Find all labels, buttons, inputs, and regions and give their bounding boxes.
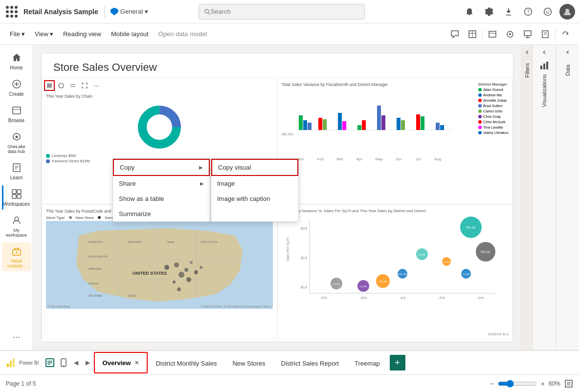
tab-new-stores[interactable]: New Stores (224, 352, 273, 373)
expand-button[interactable] (79, 80, 90, 91)
lines-button[interactable] (67, 80, 78, 91)
context-menu-share[interactable]: Share ▶ (113, 176, 210, 191)
user-avatar[interactable] (559, 4, 575, 20)
phone-icon-button[interactable] (59, 358, 68, 368)
sidebar-item-home[interactable]: Home (2, 49, 31, 73)
format-button[interactable] (502, 26, 518, 42)
phone-icon (59, 358, 68, 368)
search-input[interactable] (210, 8, 359, 15)
chart1-title: This Year Sales by Chain (46, 94, 273, 99)
context-menu-copy[interactable]: Copy ▶ (113, 159, 210, 176)
tab-district-sales-report[interactable]: District Sales Report (273, 352, 347, 373)
mobile-layout-button[interactable]: Mobile layout (107, 28, 153, 40)
submenu-copy-visual[interactable]: Copy visual (211, 159, 298, 176)
sidebar-create-label: Create (9, 91, 23, 97)
store-type-prefix: Store Type (46, 216, 65, 220)
add-tab-icon: + (395, 358, 400, 368)
chevron-left-data[interactable] (563, 48, 572, 57)
chart-menu-button[interactable] (44, 80, 55, 91)
presentation-button[interactable] (520, 26, 535, 42)
chevron-left-vis[interactable] (540, 48, 549, 57)
page-icon-button[interactable] (45, 358, 55, 368)
tab-district-monthly-sales[interactable]: District Monthly Sales (148, 352, 224, 373)
map-attribution: © Microsoft Bing (48, 305, 69, 308)
svg-rect-56 (357, 125, 361, 130)
svg-text:$14: $14 (301, 256, 308, 260)
sidebar-item-browse[interactable]: Browse (2, 102, 31, 126)
svg-text:$13: $13 (301, 285, 308, 289)
svg-rect-57 (362, 120, 366, 130)
table-view-button[interactable] (485, 26, 500, 42)
settings-button[interactable] (481, 4, 497, 20)
svg-rect-51 (308, 123, 312, 130)
reading-view-button[interactable]: Reading view (59, 28, 105, 40)
bookmark-button[interactable] (537, 26, 553, 42)
plus-icon[interactable]: + (541, 380, 545, 388)
more-options-button[interactable]: ··· (91, 80, 102, 91)
context-menu-summarize[interactable]: Summarize (113, 206, 210, 221)
visual-table-button[interactable] (465, 26, 480, 42)
open-data-model-button[interactable]: Open data model (155, 28, 211, 40)
tab-overview-close[interactable]: ✕ (134, 360, 139, 366)
sidebar-item-retail[interactable]: Retail Analysis... (2, 242, 31, 271)
tab-treemap[interactable]: Treemap (347, 352, 388, 373)
refresh-button[interactable] (557, 26, 573, 42)
add-tab-button[interactable]: + (390, 355, 405, 370)
svg-text:-6%: -6% (360, 296, 367, 300)
svg-point-93 (190, 261, 193, 264)
sidebar-item-workspaces[interactable]: Workspaces (2, 185, 31, 210)
feedback-button[interactable] (540, 4, 556, 20)
submenu-image-caption[interactable]: Image with caption (211, 191, 298, 206)
context-menu-show-table[interactable]: Show as a table (113, 191, 210, 206)
help-button[interactable]: ? (520, 4, 536, 20)
tab-nav-next[interactable]: ▶ (82, 357, 94, 369)
submenu-image[interactable]: Image (211, 176, 298, 191)
notification-button[interactable] (462, 4, 477, 20)
tab-nav-prev[interactable]: ◀ (70, 357, 82, 369)
sidebar-item-onelake[interactable]: OneLake data hub (2, 128, 31, 157)
visualizations-label[interactable]: Visualizations (541, 74, 547, 107)
file-menu[interactable]: File ▾ (6, 28, 29, 40)
ribbon: File ▾ View ▾ Reading view Mobile layout… (0, 23, 579, 45)
svg-rect-64 (436, 123, 440, 130)
download-button[interactable] (501, 4, 516, 20)
ellipse-button[interactable] (56, 80, 67, 91)
sensitivity-badge[interactable]: General ▾ (111, 8, 148, 16)
tab-overview[interactable]: Overview ✕ (94, 352, 148, 373)
view-menu[interactable]: View ▾ (31, 28, 57, 40)
sidebar-item-create[interactable]: Create (2, 75, 31, 100)
svg-rect-61 (401, 120, 405, 130)
app-title: Retail Analysis Sample (23, 8, 98, 16)
svg-rect-15 (524, 31, 531, 36)
grid-menu-button[interactable] (4, 4, 20, 20)
filters-tab-label[interactable]: Filters (521, 57, 533, 84)
svg-rect-132 (546, 62, 548, 69)
svg-text:May: May (375, 157, 382, 161)
sidebar-item-my-workspace[interactable]: My workspace (2, 212, 31, 240)
svg-point-91 (184, 268, 188, 272)
sidebar-item-learn[interactable]: Learn (2, 159, 31, 183)
legend-title: District Manager (478, 82, 509, 87)
zoom-slider[interactable] (498, 380, 537, 388)
fit-to-screen-icon[interactable] (564, 379, 573, 388)
more-button[interactable]: ··· (13, 332, 20, 342)
svg-rect-11 (489, 31, 496, 37)
submenu: Copy visual Image Image with caption (211, 158, 299, 222)
page-icon (45, 358, 55, 368)
context-menu-wrapper: Copy ▶ Share ▶ Show as a table Summarize (112, 158, 299, 222)
svg-rect-24 (13, 107, 21, 114)
bottom-tabs: Power BI ◀ ▶ Overview ✕ District Monthly… (0, 350, 579, 374)
svg-text:TEXAS: TEXAS (128, 294, 136, 297)
home-icon (11, 52, 22, 64)
minus-icon[interactable]: − (490, 380, 494, 388)
share-label: Share (119, 180, 136, 187)
copy-label: Copy (120, 164, 134, 171)
filters-panel-tab[interactable]: Filters (521, 45, 532, 350)
comment-button[interactable] (447, 26, 463, 42)
data-label[interactable]: Data (565, 65, 571, 76)
svg-rect-65 (440, 125, 444, 130)
search-bar[interactable] (199, 4, 365, 20)
show-table-label: Show as a table (119, 195, 164, 202)
svg-text:0%: 0% (478, 296, 484, 300)
svg-text:Sales Per Sq Ft: Sales Per Sq Ft (286, 237, 290, 261)
